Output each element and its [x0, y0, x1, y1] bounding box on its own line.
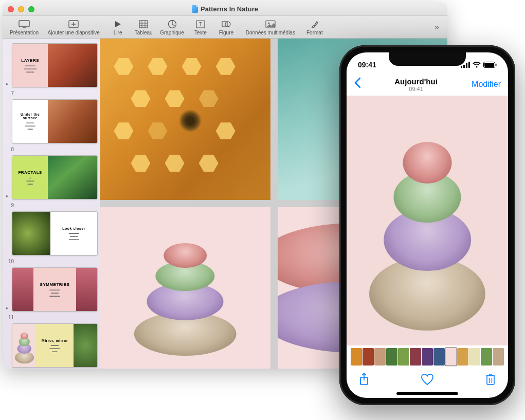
svg-rect-20 — [466, 63, 467, 68]
filmstrip-thumb-selected[interactable] — [445, 348, 457, 367]
plus-icon — [68, 19, 79, 29]
svg-point-22 — [476, 66, 478, 68]
filmstrip-thumb[interactable] — [493, 348, 504, 366]
chart-icon — [168, 19, 177, 29]
toolbar: Présentation Ajouter une diapositive Lir… — [3, 16, 447, 39]
filmstrip-thumb[interactable] — [374, 348, 386, 366]
toolbar-shape[interactable]: Figure — [214, 18, 239, 36]
svg-rect-19 — [463, 65, 465, 68]
wifi-icon — [473, 62, 481, 68]
filmstrip-thumb[interactable] — [410, 348, 421, 366]
svg-text:T: T — [199, 22, 202, 27]
photo-viewer[interactable] — [347, 96, 508, 345]
svg-rect-25 — [496, 64, 497, 66]
toolbar-overflow[interactable]: » — [430, 23, 443, 32]
filmstrip-thumb[interactable] — [363, 348, 374, 366]
home-indicator[interactable] — [396, 392, 458, 395]
filmstrip-thumb[interactable] — [398, 348, 409, 366]
slide-thumb-11[interactable]: ▸ SYMMETRIES ▬▬▬▬▬▬▬▬▬▬▬ — [5, 266, 98, 313]
display-icon — [19, 19, 30, 29]
photo-filmstrip[interactable] — [347, 345, 508, 368]
media-icon — [265, 19, 276, 29]
trash-button[interactable] — [485, 373, 496, 388]
toolbar-play[interactable]: Lire — [105, 18, 130, 36]
slide-thumb-8[interactable]: Under the surface ▬▬▬▬▬▬▬▬▬ — [5, 98, 98, 145]
favorite-button[interactable] — [421, 373, 434, 388]
filmstrip-thumb[interactable] — [469, 348, 480, 366]
status-time: 09:41 — [358, 61, 376, 69]
shape-icon — [222, 19, 231, 29]
filmstrip-thumb[interactable] — [457, 348, 468, 366]
svg-rect-18 — [461, 66, 462, 68]
canvas-image-urchins[interactable] — [100, 207, 270, 369]
window-title: Patterns In Nature — [3, 5, 447, 13]
disclosure-icon[interactable]: ▸ — [5, 304, 10, 312]
play-icon — [114, 19, 122, 29]
slide-thumb-7[interactable]: ▸ LAYERS ▬▬▬▬▬▬▬▬▬▬▬▬ — [5, 42, 98, 89]
filmstrip-thumb[interactable] — [351, 348, 362, 366]
slide-navigator[interactable]: ▸ LAYERS ▬▬▬▬▬▬▬▬▬▬▬▬ 7 Under the surfac… — [3, 39, 100, 369]
toolbar-presentation[interactable]: Présentation — [7, 18, 42, 36]
filmstrip-thumb[interactable] — [481, 348, 492, 366]
nav-title-group: Aujourd'hui 09:41 — [394, 77, 438, 92]
svg-rect-28 — [487, 376, 494, 385]
toolbar-format[interactable]: Format — [302, 18, 327, 36]
photos-toolbar — [347, 368, 508, 393]
iphone-device: 09:41 Aujourd'hui 09:41 Modif — [339, 45, 515, 405]
svg-marker-5 — [115, 21, 121, 27]
titlebar[interactable]: Patterns In Nature — [3, 3, 447, 16]
slide-thumb-10[interactable]: Look closer ▬▬▬▬▬▬▬▬▬▬▬ — [5, 210, 98, 257]
filmstrip-thumb[interactable] — [386, 348, 397, 366]
toolbar-table[interactable]: Tableau — [131, 18, 156, 36]
canvas-image-honeycomb[interactable] — [100, 39, 270, 200]
svg-rect-14 — [222, 22, 227, 27]
toolbar-add-slide[interactable]: Ajouter une diapositive — [43, 18, 104, 36]
toolbar-media[interactable]: Données multimédias — [240, 18, 301, 36]
disclosure-icon[interactable]: ▸ — [5, 192, 10, 199]
brush-icon — [311, 19, 319, 29]
photos-nav-bar: Aujourd'hui 09:41 Modifier — [347, 73, 508, 96]
filmstrip-thumb[interactable] — [433, 348, 445, 366]
svg-rect-21 — [468, 62, 470, 68]
svg-point-17 — [268, 22, 269, 24]
document-title: Patterns In Nature — [201, 5, 258, 13]
slide-thumb-12[interactable]: Mirror, mirror ▬▬▬▬▬▬▬▬▬ — [5, 322, 98, 369]
battery-icon — [483, 62, 497, 68]
text-icon: T — [196, 19, 205, 29]
share-button[interactable] — [359, 373, 369, 388]
svg-rect-0 — [19, 21, 29, 27]
svg-rect-6 — [139, 21, 148, 28]
filmstrip-thumb[interactable] — [422, 348, 433, 366]
svg-rect-24 — [484, 63, 494, 67]
disclosure-icon[interactable]: ▸ — [5, 80, 10, 87]
slide-thumb-9[interactable]: ▸ FRACTALS △▬▬▬▬▬ — [5, 154, 98, 201]
back-button[interactable] — [354, 77, 360, 92]
svg-point-15 — [225, 22, 230, 27]
toolbar-chart[interactable]: Graphique — [157, 18, 187, 36]
toolbar-text[interactable]: T Texte — [188, 18, 213, 36]
document-icon — [192, 5, 198, 13]
table-icon — [139, 19, 148, 29]
iphone-screen: 09:41 Aujourd'hui 09:41 Modif — [347, 52, 508, 398]
edit-button[interactable]: Modifier — [472, 80, 501, 89]
notch — [389, 52, 466, 66]
